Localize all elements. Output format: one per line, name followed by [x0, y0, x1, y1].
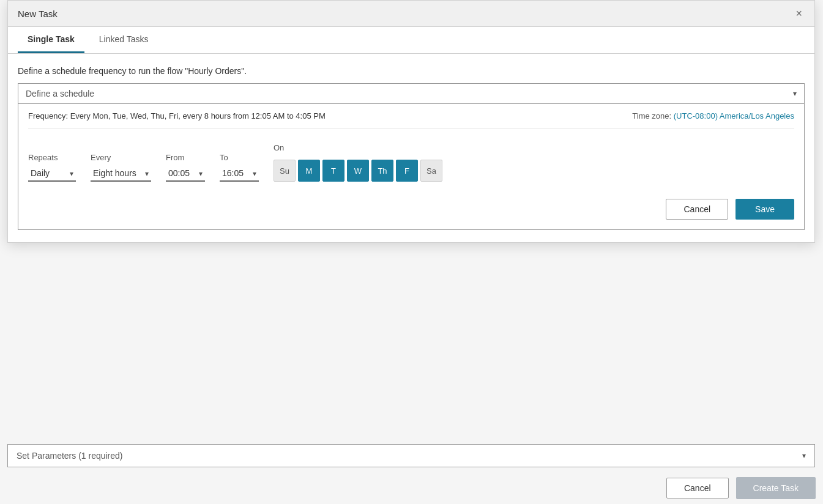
footer-cancel-button[interactable]: Cancel: [666, 478, 729, 498]
day-sa[interactable]: Sa: [420, 160, 442, 182]
tab-linked-tasks[interactable]: Linked Tasks: [89, 27, 158, 53]
frequency-line: Frequency: Every Mon, Tue, Wed, Thu, Fri…: [28, 111, 794, 128]
day-f[interactable]: F: [396, 160, 418, 182]
repeats-select-wrapper[interactable]: Daily Weekly Monthly: [28, 166, 76, 182]
every-select[interactable]: Eight hours One hour Two hours Four hour…: [91, 166, 151, 182]
timezone-label: Time zone:: [632, 111, 671, 120]
day-m[interactable]: M: [298, 160, 320, 182]
to-select-wrapper[interactable]: 16:05 17:00 18:00: [220, 166, 259, 182]
create-task-button[interactable]: Create Task: [736, 477, 816, 499]
params-arrow: ▾: [802, 451, 806, 460]
day-su[interactable]: Su: [274, 160, 296, 182]
from-select[interactable]: 00:05 00:30 01:00: [166, 166, 205, 182]
day-buttons: Su M T W Th F Sa: [274, 160, 442, 182]
to-label: To: [220, 153, 259, 162]
tab-single-task[interactable]: Single Task: [18, 27, 84, 53]
title-bar: New Task ×: [8, 1, 814, 27]
params-dropdown[interactable]: Set Parameters (1 required) ▾: [7, 444, 815, 467]
timezone-info: Time zone: (UTC-08:00) America/Los Angel…: [632, 111, 794, 120]
repeats-select[interactable]: Daily Weekly Monthly: [28, 166, 76, 182]
dialog-body: Define a schedule frequency to run the f…: [8, 54, 814, 242]
day-th[interactable]: Th: [371, 160, 393, 182]
to-select[interactable]: 16:05 17:00 18:00: [220, 166, 259, 182]
form-row: Repeats Daily Weekly Monthly Every: [28, 138, 794, 187]
params-label: Set Parameters (1 required): [17, 451, 123, 461]
day-w[interactable]: W: [347, 160, 369, 182]
schedule-panel: Frequency: Every Mon, Tue, Wed, Thu, Fri…: [18, 104, 805, 230]
day-t[interactable]: T: [322, 160, 344, 182]
footer-buttons: Cancel Create Task: [666, 477, 816, 499]
on-group: On Su M T W Th F Sa: [274, 143, 442, 182]
from-group: From 00:05 00:30 01:00: [166, 153, 205, 182]
from-label: From: [166, 153, 205, 162]
timezone-value[interactable]: (UTC-08:00) America/Los Angeles: [674, 111, 794, 120]
on-label: On: [274, 143, 442, 152]
bottom-section: Set Parameters (1 required) ▾: [7, 444, 815, 467]
every-group: Every Eight hours One hour Two hours Fou…: [91, 153, 151, 182]
dialog-title: New Task: [18, 9, 58, 19]
repeats-label: Repeats: [28, 153, 76, 162]
schedule-dropdown-label: Define a schedule: [26, 89, 94, 98]
every-label: Every: [91, 153, 151, 162]
every-select-wrapper[interactable]: Eight hours One hour Two hours Four hour…: [91, 166, 151, 182]
schedule-cancel-button[interactable]: Cancel: [666, 199, 728, 220]
repeats-group: Repeats Daily Weekly Monthly: [28, 153, 76, 182]
from-select-wrapper[interactable]: 00:05 00:30 01:00: [166, 166, 205, 182]
to-group: To 16:05 17:00 18:00: [220, 153, 259, 182]
frequency-text: Frequency: Every Mon, Tue, Wed, Thu, Fri…: [28, 111, 326, 120]
schedule-action-row: Cancel Save: [28, 199, 794, 220]
tab-bar: Single Task Linked Tasks: [8, 27, 814, 54]
description-text: Define a schedule frequency to run the f…: [18, 66, 805, 76]
schedule-save-button[interactable]: Save: [735, 199, 794, 220]
close-button[interactable]: ×: [793, 7, 805, 20]
schedule-dropdown-arrow: ▾: [793, 89, 797, 98]
schedule-dropdown[interactable]: Define a schedule ▾: [18, 83, 805, 104]
